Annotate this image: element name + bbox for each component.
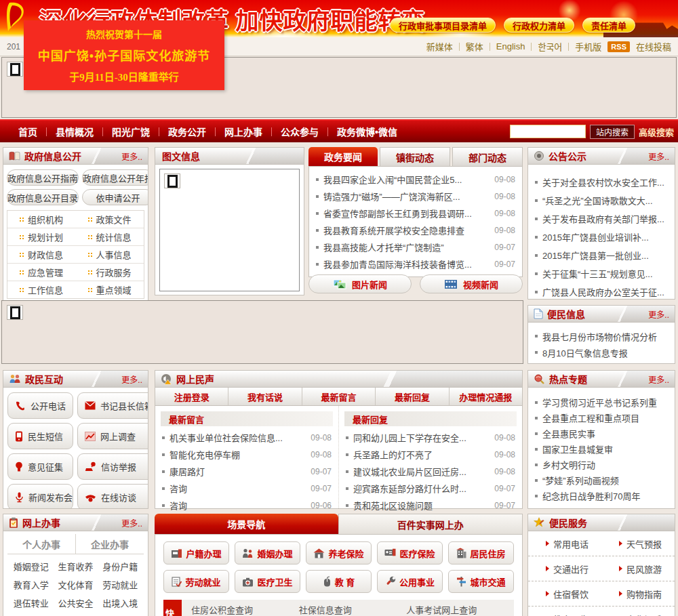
online-interview-button[interactable]: 在线访谈 bbox=[77, 484, 148, 509]
more-link[interactable]: 更多.. bbox=[648, 150, 669, 162]
list-item[interactable]: 铸造强力“磁场”——广饶滨海新区...09-08 bbox=[316, 188, 515, 205]
list-item[interactable]: 乡村文明行动 bbox=[535, 457, 668, 472]
tab-register-login[interactable]: 注册登录 bbox=[155, 388, 228, 405]
list-item[interactable]: 关于对全县农村饮水安全工作... bbox=[535, 173, 668, 191]
disclosure-guide-link[interactable]: 政府信息公开指南 bbox=[7, 169, 79, 186]
tab-latest-replies[interactable]: 最新回复 bbox=[376, 388, 449, 405]
tab-i-have-words[interactable]: 我有话说 bbox=[228, 388, 302, 405]
health-button[interactable]: 医疗卫生 bbox=[235, 570, 300, 593]
nav-weibo-wechat[interactable]: 政务微博•微信 bbox=[328, 125, 406, 138]
city-traffic-button[interactable]: 城市交通 bbox=[448, 570, 514, 593]
link-item[interactable]: 重点领域 bbox=[76, 281, 144, 298]
service-link[interactable]: 出境入境 bbox=[98, 594, 142, 612]
tab-hundred-services[interactable]: 百件实事网上办 bbox=[338, 514, 523, 534]
responsibility-list-button[interactable]: 责任清单 bbox=[582, 18, 635, 33]
nav-county-overview[interactable]: 县情概况 bbox=[47, 125, 102, 138]
list-item[interactable]: 我县高技能人才托举“广饶制造”09-07 bbox=[316, 239, 515, 255]
opinion-collect-button[interactable]: 意见征集 bbox=[7, 453, 73, 480]
link-item[interactable]: 组织机构 bbox=[7, 211, 76, 228]
tab-personal-services[interactable]: 个人办事 bbox=[7, 534, 76, 554]
service-link[interactable]: 生育收养 bbox=[54, 557, 98, 575]
photo-news-image[interactable] bbox=[159, 169, 300, 291]
list-item[interactable]: 我县参加青岛国际海洋科技装备博览...09-07 bbox=[316, 255, 515, 272]
tab-gov-news[interactable]: 政务要闻 bbox=[308, 147, 378, 166]
advanced-search-link[interactable]: 高级搜索 bbox=[639, 125, 674, 138]
tab-handling-report[interactable]: 办理情况通报 bbox=[450, 388, 522, 405]
employment-button[interactable]: 劳动就业 bbox=[163, 570, 229, 593]
list-item[interactable]: 全县惠民实事 bbox=[535, 426, 668, 441]
list-item[interactable]: 迎宾路东延部分路灯什么时...09-07 bbox=[346, 480, 515, 497]
link-submit[interactable]: 在线投稿 bbox=[636, 40, 671, 53]
list-item[interactable]: 学习贯彻习近平总书记系列重 bbox=[535, 394, 668, 410]
list-item[interactable]: 兵圣路上的灯不亮了09-08 bbox=[346, 446, 515, 463]
list-item[interactable]: 纪念抗日战争胜利70周年 bbox=[535, 488, 668, 504]
list-item[interactable]: 2015年广饶县创业培训补... bbox=[535, 228, 668, 246]
online-survey-button[interactable]: 网上调查 bbox=[77, 423, 148, 449]
list-item[interactable]: 8月10日气象信息专报 bbox=[535, 344, 668, 361]
link-item[interactable]: 应急管理 bbox=[7, 264, 76, 281]
list-item[interactable]: 同和幼儿园上下学存在安全...09-08 bbox=[346, 429, 515, 446]
link-item[interactable]: 政策文件 bbox=[76, 211, 144, 228]
more-link[interactable]: 更多.. bbox=[121, 373, 142, 385]
more-link[interactable]: 更多.. bbox=[121, 150, 142, 162]
link-korean[interactable]: 한국어 bbox=[538, 40, 562, 53]
tab-business-services[interactable]: 企业办事 bbox=[76, 534, 144, 554]
nav-online-services[interactable]: 网上办事 bbox=[216, 125, 271, 138]
list-item[interactable]: 贵和苑北区设施问题09-07 bbox=[346, 497, 515, 514]
service-link[interactable]: 身份户籍 bbox=[98, 557, 142, 575]
link-item[interactable]: 人事信息 bbox=[76, 246, 144, 263]
link-item[interactable]: 行政服务 bbox=[76, 264, 144, 281]
search-input[interactable] bbox=[510, 125, 586, 138]
public-phone-button[interactable]: 公开电话 bbox=[7, 392, 73, 419]
more-link[interactable]: 更多.. bbox=[648, 308, 669, 320]
service-link[interactable]: 常用电话 bbox=[528, 531, 601, 556]
site-search-button[interactable]: 站内搜索 bbox=[590, 125, 635, 139]
service-link[interactable]: 购物指南 bbox=[601, 581, 675, 606]
link-item[interactable]: 规划计划 bbox=[7, 228, 76, 245]
medical-insurance-button[interactable]: 医疗保险 bbox=[377, 541, 443, 564]
service-link[interactable]: 税务缴纳 bbox=[9, 612, 54, 616]
list-item[interactable]: 机关事业单位社会保险信息...09-08 bbox=[162, 429, 332, 446]
service-link[interactable]: 文化体育 bbox=[54, 575, 98, 594]
service-link[interactable]: 婚姻登记 bbox=[9, 557, 54, 575]
quick-link[interactable]: 住房公积金查询 bbox=[191, 603, 299, 616]
more-link[interactable]: 更多.. bbox=[121, 517, 142, 529]
pension-insurance-button[interactable]: 养老保险 bbox=[306, 541, 372, 564]
list-item[interactable]: 康居路灯09-07 bbox=[162, 463, 332, 480]
nav-participation[interactable]: 公众参与 bbox=[272, 125, 327, 138]
list-item[interactable]: 2015年广饶县第一批创业... bbox=[535, 246, 668, 264]
service-link[interactable]: 知识产权 bbox=[98, 612, 142, 616]
list-item[interactable]: 我县四家企业入闱“中国民营企业5...09-08 bbox=[316, 171, 515, 188]
list-item[interactable]: 省委宣传部副部长王红勇到我县调研...09-08 bbox=[316, 205, 515, 222]
service-link[interactable]: 交通出行 bbox=[528, 556, 601, 581]
list-item[interactable]: 全县重点工程和重点项目 bbox=[535, 410, 668, 426]
disclosure-annual-report-link[interactable]: 政府信息公开年报 bbox=[82, 169, 148, 186]
tab-dept-news[interactable]: 部门动态 bbox=[452, 147, 523, 166]
service-link[interactable]: 天气预报 bbox=[601, 531, 675, 556]
list-item[interactable]: “梦娃”系列动画视频 bbox=[535, 472, 668, 488]
service-link[interactable]: 退伍转业 bbox=[9, 594, 54, 612]
public-utilities-button[interactable]: 公用事业 bbox=[377, 570, 443, 593]
tab-scene-navigation[interactable]: 场景导航 bbox=[155, 514, 338, 534]
livelihood-sms-button[interactable]: 民生短信 bbox=[7, 423, 73, 449]
list-item[interactable]: 我县七月份市场物价情况分析 bbox=[535, 328, 668, 344]
list-item[interactable]: 咨询09-07 bbox=[162, 480, 332, 497]
nav-gov-disclosure[interactable]: 政务公开 bbox=[159, 125, 215, 138]
link-mobile[interactable]: 手机版 bbox=[575, 40, 601, 53]
link-english[interactable]: English bbox=[496, 41, 525, 52]
list-item[interactable]: “兵圣之光”全国诗歌散文大... bbox=[535, 191, 668, 209]
link-item[interactable]: 财政信息 bbox=[7, 246, 76, 263]
more-link[interactable]: 更多.. bbox=[648, 373, 669, 385]
festival-promo-overlay[interactable]: 热烈祝贺第十一届 中国广饶•孙子国际文化旅游节 于9月11日-30日隆重举行 bbox=[24, 20, 224, 90]
list-item[interactable]: 我县教育系统开展学校安全隐患排查09-08 bbox=[316, 222, 515, 239]
nav-sunshine[interactable]: 阳光广饶 bbox=[103, 125, 159, 138]
link-item[interactable]: 工作信息 bbox=[7, 281, 76, 298]
approval-list-button[interactable]: 行政审批事项目录清单 bbox=[390, 18, 496, 33]
household-registration-button[interactable]: 户籍办理 bbox=[163, 541, 229, 564]
service-link[interactable]: 公共安全 bbox=[54, 594, 98, 612]
disclosure-catalog-link[interactable]: 政府信息公开目录 bbox=[7, 189, 79, 205]
petition-report-button[interactable]: 信访举报 bbox=[77, 453, 148, 480]
power-list-button[interactable]: 行政权力清单 bbox=[504, 18, 574, 33]
press-conference-button[interactable]: 新闻发布会 bbox=[7, 484, 73, 509]
marriage-button[interactable]: 婚姻办理 bbox=[235, 541, 300, 564]
